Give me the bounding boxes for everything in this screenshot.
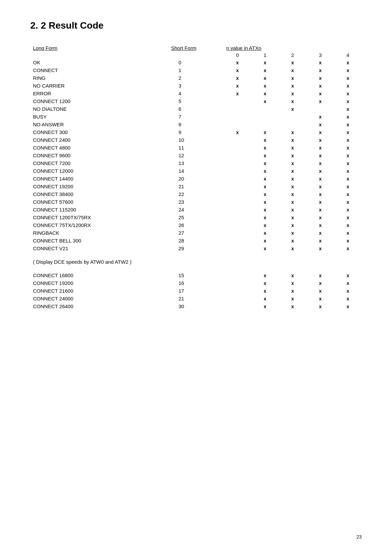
cell-long: RINGBACK	[30, 229, 168, 237]
cell-short: 17	[168, 287, 223, 295]
cell-short: 3	[168, 82, 223, 90]
header-col2: 2	[279, 52, 307, 59]
cell-n1: x	[251, 295, 279, 302]
cell-n3: x	[307, 121, 334, 128]
page-title: 2. 2 Result Code	[30, 20, 362, 31]
header-col1: 1	[251, 52, 279, 59]
cell-n4: x	[334, 271, 362, 279]
cell-n3: x	[307, 198, 334, 206]
cell-n1: x	[251, 302, 279, 310]
cell-n0	[224, 144, 251, 152]
cell-long: CONNECT 19200	[30, 279, 168, 287]
cell-long: CONNECT	[30, 66, 168, 74]
cell-n3: x	[307, 82, 334, 90]
cell-n4: x	[334, 82, 362, 90]
cell-long: CONNECT 9600	[30, 152, 168, 159]
cell-n4: x	[334, 175, 362, 183]
cell-n0: x	[224, 66, 251, 74]
cell-n2: x	[279, 183, 307, 190]
table-row: CONNECT 300 9 x x x x x	[30, 128, 362, 136]
cell-n3: x	[307, 206, 334, 214]
cell-n1: x	[251, 198, 279, 206]
cell-n2: x	[279, 152, 307, 159]
cell-n2: x	[279, 221, 307, 229]
cell-n0	[224, 206, 251, 214]
cell-n0: x	[224, 128, 251, 136]
cell-short: 14	[168, 167, 223, 175]
cell-long: CONNECT 19200	[30, 183, 168, 190]
cell-short: 24	[168, 206, 223, 214]
cell-n0	[224, 245, 251, 252]
cell-n0	[224, 152, 251, 159]
header-col0: 0	[224, 52, 251, 59]
table-row: CONNECT 1200TX/75RX 25 x x x x	[30, 214, 362, 221]
cell-n0	[224, 237, 251, 245]
cell-long: NO CARRIER	[30, 82, 168, 90]
table-row: CONNECT 19200 16 x x x x	[30, 279, 362, 287]
cell-n4: x	[334, 121, 362, 128]
cell-n3: x	[307, 97, 334, 105]
cell-short: 29	[168, 245, 223, 252]
cell-n4: x	[334, 167, 362, 175]
cell-n2: x	[279, 66, 307, 74]
cell-n3: x	[307, 128, 334, 136]
cell-n3: x	[307, 287, 334, 295]
cell-n3: x	[307, 183, 334, 190]
cell-n0	[224, 229, 251, 237]
note-text: ( Display DCE speeds by ATW0 and ATW2 )	[33, 259, 362, 265]
cell-n2: x	[279, 287, 307, 295]
cell-n4: x	[334, 245, 362, 252]
cell-n4: x	[334, 128, 362, 136]
cell-n2: x	[279, 206, 307, 214]
table-row: NO DIALTONE 6 x x	[30, 105, 362, 113]
cell-long: CONNECT 1200	[30, 97, 168, 105]
cell-n4: x	[334, 59, 362, 66]
header-short-form: Short Form	[168, 44, 223, 52]
table-row: CONNECT 21600 17 x x x x	[30, 287, 362, 295]
cell-n1: x	[251, 82, 279, 90]
cell-n0: x	[224, 82, 251, 90]
table-row: OK 0 x x x x x	[30, 59, 362, 66]
table-row: CONNECT 1200 5 x x x x	[30, 97, 362, 105]
cell-n4: x	[334, 144, 362, 152]
table-row: CONNECT 38400 22 x x x x	[30, 190, 362, 198]
cell-n2: x	[279, 105, 307, 113]
cell-n1: x	[251, 74, 279, 82]
header-col3: 3	[307, 52, 334, 59]
cell-n1: x	[251, 59, 279, 66]
table-row: CONNECT BELL 300 28 x x x x	[30, 237, 362, 245]
cell-n4: x	[334, 295, 362, 302]
cell-n1	[251, 121, 279, 128]
table-row: BUSY 7 x x	[30, 113, 362, 121]
cell-n0	[224, 271, 251, 279]
table-row: CONNECT 24000 21 x x x x	[30, 295, 362, 302]
cell-n4: x	[334, 66, 362, 74]
cell-n1: x	[251, 159, 279, 167]
cell-long: RING	[30, 74, 168, 82]
cell-n1: x	[251, 206, 279, 214]
cell-n3: x	[307, 90, 334, 97]
cell-long: CONNECT 2400	[30, 136, 168, 144]
table-row: RING 2 x x x x x	[30, 74, 362, 82]
table-row: CONNECT V21 29 x x x x	[30, 245, 362, 252]
cell-long: CONNECT 75TX/1200RX	[30, 221, 168, 229]
cell-n1: x	[251, 214, 279, 221]
cell-n0	[224, 121, 251, 128]
cell-n2: x	[279, 279, 307, 287]
cell-n2	[279, 121, 307, 128]
cell-long: NO ANSWER	[30, 121, 168, 128]
cell-n4: x	[334, 74, 362, 82]
cell-n3: x	[307, 190, 334, 198]
cell-n3: x	[307, 59, 334, 66]
cell-n0	[224, 113, 251, 121]
cell-n2: x	[279, 90, 307, 97]
cell-n1: x	[251, 128, 279, 136]
table-row: NO CARRIER 3 x x x x x	[30, 82, 362, 90]
result-code-table-2: CONNECT 16800 15 x x x x CONNECT 19200 1…	[30, 271, 362, 310]
cell-n3: x	[307, 136, 334, 144]
cell-n4: x	[334, 214, 362, 221]
cell-n1: x	[251, 190, 279, 198]
cell-n2: x	[279, 245, 307, 252]
cell-n3: x	[307, 144, 334, 152]
cell-n0	[224, 279, 251, 287]
